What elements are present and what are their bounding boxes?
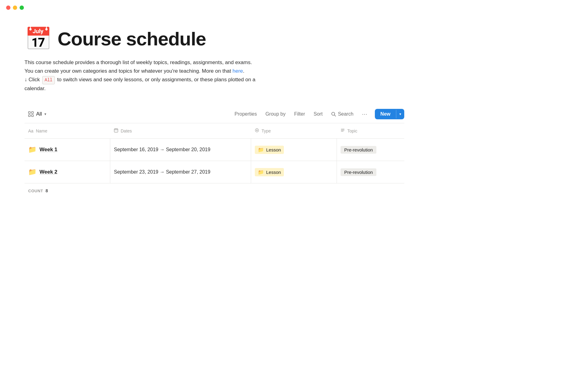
- type-col-label: Type: [262, 128, 271, 133]
- svg-rect-2: [28, 115, 30, 117]
- main-content: 📅 Course schedule This course schedule p…: [0, 15, 429, 210]
- column-header-topic[interactable]: Topic: [337, 126, 404, 135]
- table-header: Aa Name Dates: [24, 123, 404, 139]
- maximize-button[interactable]: [20, 6, 24, 10]
- page-header: 📅 Course schedule: [24, 28, 404, 50]
- all-badge[interactable]: All: [42, 76, 55, 84]
- close-button[interactable]: [6, 6, 10, 10]
- chevron-down-icon: ▾: [44, 112, 46, 116]
- new-button-group: New ▾: [375, 109, 404, 119]
- row2-dates-cell: September 23, 2019 → September 27, 2019: [110, 161, 251, 183]
- svg-point-11: [256, 130, 258, 131]
- dates-col-label: Dates: [121, 128, 132, 133]
- filter-button[interactable]: Filter: [290, 109, 309, 119]
- row1-type-icon: 📁: [258, 147, 264, 153]
- toolbar: All ▾ Properties Group by Filter Sort Se…: [24, 105, 404, 123]
- new-button[interactable]: New: [375, 109, 396, 119]
- row1-dates: September 16, 2019 → September 20, 2019: [114, 146, 210, 153]
- svg-rect-0: [28, 112, 30, 113]
- description-line4: calendar.: [24, 86, 46, 91]
- row2-type-label: Lesson: [266, 170, 281, 175]
- row1-topic-cell: Pre-revolution: [337, 139, 404, 161]
- type-col-icon: [255, 128, 259, 133]
- description-line2: You can create your own categories and t…: [24, 68, 231, 74]
- column-header-type[interactable]: Type: [251, 126, 337, 135]
- row2-topic-badge[interactable]: Pre-revolution: [341, 168, 376, 176]
- row1-dates-cell: September 16, 2019 → September 20, 2019: [110, 139, 251, 161]
- new-dropdown-button[interactable]: ▾: [396, 109, 404, 119]
- row1-type-cell: 📁 Lesson: [251, 139, 337, 161]
- name-col-icon: Aa: [28, 128, 33, 133]
- group-by-button[interactable]: Group by: [262, 109, 289, 119]
- table-row[interactable]: 📁 Week 2 September 23, 2019 → September …: [24, 161, 404, 183]
- row1-topic: Pre-revolution: [344, 147, 373, 152]
- row2-topic-cell: Pre-revolution: [337, 161, 404, 183]
- row2-dates: September 23, 2019 → September 27, 2019: [114, 168, 210, 176]
- column-header-name[interactable]: Aa Name: [24, 126, 110, 135]
- table-row[interactable]: 📁 Week 1 September 16, 2019 → September …: [24, 139, 404, 161]
- row2-type-badge[interactable]: 📁 Lesson: [255, 168, 284, 176]
- name-col-label: Name: [36, 128, 47, 133]
- row2-icon: 📁: [28, 168, 36, 176]
- row1-name-cell[interactable]: 📁 Week 1: [24, 139, 110, 161]
- sort-button[interactable]: Sort: [310, 109, 326, 119]
- page-title: Course schedule: [58, 28, 206, 50]
- title-bar: [0, 0, 588, 15]
- topic-col-icon: [341, 128, 345, 133]
- view-label: All: [36, 111, 42, 117]
- count-value: 8: [46, 188, 48, 193]
- grid-icon: [28, 111, 34, 117]
- row2-type-cell: 📁 Lesson: [251, 161, 337, 183]
- row2-name: Week 2: [40, 169, 57, 175]
- search-icon: [331, 112, 336, 117]
- row2-topic: Pre-revolution: [344, 170, 373, 175]
- more-button[interactable]: ···: [358, 109, 371, 119]
- data-table: Aa Name Dates: [24, 123, 404, 198]
- description-line3-suffix: to switch views and see only lessons, or…: [57, 77, 255, 82]
- topic-col-label: Topic: [347, 128, 357, 133]
- page-icon: 📅: [24, 28, 52, 50]
- row1-type-label: Lesson: [266, 147, 281, 152]
- row2-type-icon: 📁: [258, 169, 264, 175]
- row1-type-badge[interactable]: 📁 Lesson: [255, 146, 284, 154]
- description-line1: This course schedule provides a thorough…: [24, 59, 252, 65]
- description-line3-prefix: ↓ Click: [24, 77, 40, 82]
- svg-line-5: [334, 115, 336, 116]
- row2-name-cell[interactable]: 📁 Week 2: [24, 161, 110, 183]
- row1-icon: 📁: [28, 146, 36, 154]
- column-header-dates[interactable]: Dates: [110, 126, 251, 135]
- toolbar-actions: Properties Group by Filter Sort Search ·…: [231, 109, 404, 119]
- svg-rect-3: [32, 115, 33, 117]
- row1-name: Week 1: [40, 147, 57, 153]
- description-link[interactable]: here: [232, 68, 243, 74]
- row1-topic-badge[interactable]: Pre-revolution: [341, 146, 376, 154]
- count-row: COUNT 8: [24, 183, 404, 198]
- dates-col-icon: [114, 128, 118, 133]
- svg-rect-1: [32, 112, 33, 113]
- page-description: This course schedule provides a thorough…: [24, 58, 392, 93]
- search-button[interactable]: Search: [327, 109, 357, 119]
- svg-rect-6: [114, 129, 118, 132]
- properties-button[interactable]: Properties: [231, 109, 261, 119]
- view-selector[interactable]: All ▾: [24, 109, 49, 119]
- search-label: Search: [338, 111, 353, 117]
- minimize-button[interactable]: [13, 6, 17, 10]
- count-label: COUNT: [28, 189, 43, 193]
